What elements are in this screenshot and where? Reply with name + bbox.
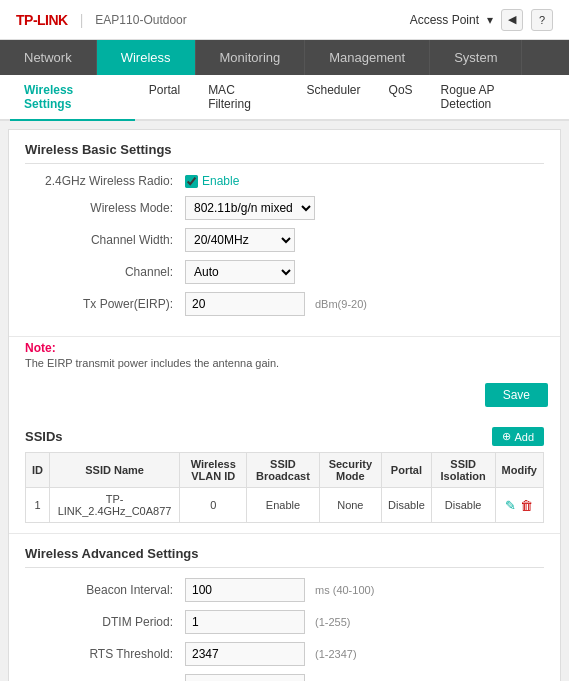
header-controls: Access Point ▾ ◀ ?: [410, 9, 553, 31]
edit-icon[interactable]: ✎: [505, 498, 516, 513]
txpower-input[interactable]: 20: [185, 292, 305, 316]
mode-select[interactable]: 802.11b/g/n mixed: [185, 196, 315, 220]
cell-id: 1: [26, 488, 50, 523]
nav-item-wireless[interactable]: Wireless: [97, 40, 196, 75]
nav-item-management[interactable]: Management: [305, 40, 430, 75]
radio-control: Enable: [185, 174, 239, 188]
add-ssid-button[interactable]: ⊕ Add: [492, 427, 544, 446]
note-label: Note:: [25, 341, 544, 355]
ssids-table: ID SSID Name Wireless VLAN ID SSID Broad…: [25, 452, 544, 523]
nav-item-network[interactable]: Network: [0, 40, 97, 75]
rts-row: RTS Threshold: (1-2347): [25, 642, 544, 666]
col-isolation: SSID Isolation: [431, 453, 495, 488]
cell-ssid-name: TP-LINK_2.4GHz_C0A877: [50, 488, 180, 523]
basic-save-bar: Save: [9, 377, 560, 417]
channel-select[interactable]: Auto: [185, 260, 295, 284]
ssids-title: SSIDs: [25, 429, 63, 444]
col-ssid-name: SSID Name: [50, 453, 180, 488]
brand-logo: TP-LINK: [16, 12, 68, 28]
main-nav: Network Wireless Monitoring Management S…: [0, 40, 569, 75]
txpower-hint: dBm(9-20): [315, 298, 367, 310]
cell-vlan: 0: [180, 488, 247, 523]
sub-nav-mac-filtering[interactable]: MAC Filtering: [194, 75, 292, 121]
beacon-label: Beacon Interval:: [25, 583, 185, 597]
channel-label: Channel:: [25, 265, 185, 279]
frag-input[interactable]: [185, 674, 305, 681]
col-portal: Portal: [382, 453, 432, 488]
add-icon: ⊕: [502, 430, 511, 443]
main-content: Wireless Basic Settings 2.4GHz Wireless …: [8, 129, 561, 681]
wireless-basic-title: Wireless Basic Settings: [25, 142, 544, 164]
frag-row: Fragmentation Threshold: (256-2346, work…: [25, 674, 544, 681]
add-label: Add: [514, 431, 534, 443]
rts-control: (1-2347): [185, 642, 357, 666]
width-row: Channel Width: 20/40MHz: [25, 228, 544, 252]
note-section: Note: The EIRP transmit power includes t…: [9, 337, 560, 377]
sub-nav-rogue-ap[interactable]: Rogue AP Detection: [427, 75, 559, 121]
sub-nav: Wireless Settings Portal MAC Filtering S…: [0, 75, 569, 121]
channel-row: Channel: Auto: [25, 260, 544, 284]
mode-dropdown-icon: ▾: [487, 13, 493, 27]
dtim-row: DTIM Period: (1-255): [25, 610, 544, 634]
dtim-hint: (1-255): [315, 616, 350, 628]
cell-security: None: [319, 488, 382, 523]
sub-nav-qos[interactable]: QoS: [375, 75, 427, 121]
mode-control: 802.11b/g/n mixed: [185, 196, 315, 220]
txpower-control: 20 dBm(9-20): [185, 292, 367, 316]
txpower-row: Tx Power(EIRP): 20 dBm(9-20): [25, 292, 544, 316]
nav-item-system[interactable]: System: [430, 40, 522, 75]
col-security: Security Mode: [319, 453, 382, 488]
note-text: The EIRP transmit power includes the ant…: [25, 357, 544, 369]
ssids-header: SSIDs ⊕ Add: [25, 427, 544, 446]
sub-nav-scheduler[interactable]: Scheduler: [293, 75, 375, 121]
logo: TP-LINK | EAP110-Outdoor: [16, 12, 187, 28]
cell-isolation: Disable: [431, 488, 495, 523]
model-label: EAP110-Outdoor: [95, 13, 186, 27]
advanced-title: Wireless Advanced Settings: [25, 546, 544, 568]
sub-nav-wireless-settings[interactable]: Wireless Settings: [10, 75, 135, 121]
col-broadcast: SSID Broadcast: [247, 453, 319, 488]
cell-modify: ✎ 🗑: [495, 488, 543, 523]
radio-row: 2.4GHz Wireless Radio: Enable: [25, 174, 544, 188]
header: TP-LINK | EAP110-Outdoor Access Point ▾ …: [0, 0, 569, 40]
channel-control: Auto: [185, 260, 295, 284]
help-button[interactable]: ?: [531, 9, 553, 31]
dtim-control: (1-255): [185, 610, 350, 634]
txpower-label: Tx Power(EIRP):: [25, 297, 185, 311]
width-select[interactable]: 20/40MHz: [185, 228, 295, 252]
nav-item-monitoring[interactable]: Monitoring: [196, 40, 306, 75]
col-modify: Modify: [495, 453, 543, 488]
modify-actions: ✎ 🗑: [502, 498, 537, 513]
mode-row: Wireless Mode: 802.11b/g/n mixed: [25, 196, 544, 220]
wireless-basic-section: Wireless Basic Settings 2.4GHz Wireless …: [9, 130, 560, 337]
rts-label: RTS Threshold:: [25, 647, 185, 661]
radio-enable-text: Enable: [202, 174, 239, 188]
beacon-hint: ms (40-100): [315, 584, 374, 596]
delete-icon[interactable]: 🗑: [520, 498, 533, 513]
rts-hint: (1-2347): [315, 648, 357, 660]
cell-portal: Disable: [382, 488, 432, 523]
width-label: Channel Width:: [25, 233, 185, 247]
width-control: 20/40MHz: [185, 228, 295, 252]
col-id: ID: [26, 453, 50, 488]
table-row: 1 TP-LINK_2.4GHz_C0A877 0 Enable None Di…: [26, 488, 544, 523]
mode-label-field: Wireless Mode:: [25, 201, 185, 215]
cell-broadcast: Enable: [247, 488, 319, 523]
mode-label: Access Point: [410, 13, 479, 27]
rts-input[interactable]: [185, 642, 305, 666]
radio-checkbox[interactable]: [185, 175, 198, 188]
frag-control: (256-2346, works only in 11b/g mode): [185, 674, 500, 681]
ssids-section: SSIDs ⊕ Add ID SSID Name Wireless VLAN I…: [9, 417, 560, 534]
sub-nav-portal[interactable]: Portal: [135, 75, 194, 121]
back-button[interactable]: ◀: [501, 9, 523, 31]
radio-label: 2.4GHz Wireless Radio:: [25, 174, 185, 188]
dtim-label: DTIM Period:: [25, 615, 185, 629]
beacon-input[interactable]: [185, 578, 305, 602]
dtim-input[interactable]: [185, 610, 305, 634]
beacon-control: ms (40-100): [185, 578, 374, 602]
advanced-section: Wireless Advanced Settings Beacon Interv…: [9, 534, 560, 681]
col-vlan: Wireless VLAN ID: [180, 453, 247, 488]
basic-save-button[interactable]: Save: [485, 383, 548, 407]
beacon-row: Beacon Interval: ms (40-100): [25, 578, 544, 602]
